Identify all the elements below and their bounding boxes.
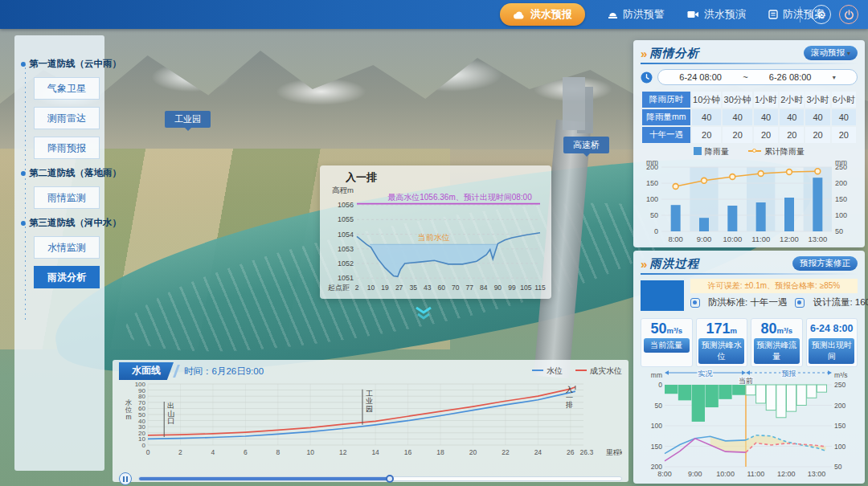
legend-item-成灾水位: 成灾水位 xyxy=(575,366,622,377)
svg-text:150: 150 xyxy=(651,443,662,451)
svg-text:11:00: 11:00 xyxy=(747,470,765,478)
panel-chevrons-icon: » xyxy=(641,257,645,271)
svg-text:mm: mm xyxy=(651,371,662,379)
tab-flood-warning[interactable]: 防洪预警 xyxy=(608,7,665,22)
svg-text:2: 2 xyxy=(355,284,359,292)
svg-text:里程km: 里程km xyxy=(606,448,622,456)
sidebar-item-水情监测[interactable]: 水情监测 xyxy=(34,236,100,259)
svg-text:实况: 实况 xyxy=(698,370,712,378)
svg-text:150: 150 xyxy=(646,179,658,187)
forecast-correction-button[interactable]: 预报方案修正 xyxy=(792,256,858,271)
svg-text:m³/s: m³/s xyxy=(834,371,848,379)
svg-text:12:00: 12:00 xyxy=(777,470,796,478)
bullet-dot-icon xyxy=(21,221,26,226)
svg-text:工业园: 工业园 xyxy=(366,390,373,413)
clock-icon xyxy=(641,71,653,84)
table-cell: 40 xyxy=(723,109,751,125)
table-cell: 20 xyxy=(723,127,751,143)
svg-text:99: 99 xyxy=(508,284,516,292)
power-icon[interactable] xyxy=(839,5,858,24)
table-row-label: 降雨量mm xyxy=(642,109,690,125)
slider-handle[interactable] xyxy=(386,475,394,483)
svg-text:mm: mm xyxy=(646,158,658,166)
svg-text:200: 200 xyxy=(834,402,845,410)
stat-value: 50 xyxy=(650,321,666,337)
sidebar-section-title: 第三道防线（河中水） xyxy=(21,217,104,229)
sidebar-item-降雨预报[interactable]: 降雨预报 xyxy=(34,137,100,159)
svg-text:50: 50 xyxy=(650,211,658,219)
svg-text:100: 100 xyxy=(646,195,658,203)
table-cell: 6小时 xyxy=(832,92,856,108)
stat-unit: m³/s xyxy=(666,326,682,335)
table-row-label: 降雨历时 xyxy=(642,92,690,108)
map-label-高速桥[interactable]: 高速桥 xyxy=(563,137,609,153)
map-label-工业园[interactable]: 工业园 xyxy=(165,111,211,128)
svg-text:预报: 预报 xyxy=(781,370,796,378)
water-surface-chart: 0102030405060708090100水位m024681012141618… xyxy=(119,379,622,468)
timeline-slider[interactable] xyxy=(138,476,622,481)
sidebar-item-雨情监测[interactable]: 雨情监测 xyxy=(34,186,100,209)
svg-text:84: 84 xyxy=(480,284,488,292)
sidebar-item-雨洪分析[interactable]: 雨洪分析 xyxy=(34,266,100,288)
time-range-separator: ~ xyxy=(743,72,747,82)
time-range-selector[interactable]: 6-24 08:00 ~ 6-26 08:00 ▾ xyxy=(657,69,858,85)
rain-panel-title: 雨情分析 xyxy=(649,46,699,61)
water-surface-time: 时间：6月26日9:00 xyxy=(184,366,264,378)
tab-label: 防洪预警 xyxy=(623,7,665,22)
tab-flood-rehearsal[interactable]: 洪水预演 xyxy=(687,7,746,22)
design-flow-icon xyxy=(795,298,805,308)
panel-chevrons-icon: » xyxy=(641,47,645,60)
svg-text:1055: 1055 xyxy=(338,215,354,223)
bullet-dot-icon xyxy=(21,171,26,176)
tab-flood-forecast[interactable]: 洪水预报 xyxy=(500,3,585,26)
stat-unit: m xyxy=(731,326,737,335)
svg-text:13:00: 13:00 xyxy=(808,235,827,243)
sidebar-item-气象卫星[interactable]: 气象卫星 xyxy=(34,77,100,100)
table-cell: 1小时 xyxy=(754,92,778,108)
bullet-dot-icon xyxy=(21,62,26,67)
rain-chart-legend: 降雨量累计降雨量 xyxy=(641,146,858,157)
svg-text:4: 4 xyxy=(211,448,215,456)
station-indicator-block xyxy=(641,280,684,311)
nav-tabs: 洪水预报防洪预警洪水预演防洪预案 xyxy=(500,0,825,29)
svg-text:当前: 当前 xyxy=(739,377,753,385)
svg-text:1052: 1052 xyxy=(338,259,354,268)
section-title-text: 第一道防线（云中雨） xyxy=(29,58,121,70)
top-navigation-bar: 洪水预报防洪预警洪水预演防洪预案 ⚙ xyxy=(0,0,868,29)
svg-text:0: 0 xyxy=(658,381,662,389)
table-cell: 10分钟 xyxy=(692,92,721,108)
svg-text:22: 22 xyxy=(502,448,510,456)
water-surface-legend: 水位成灾水位 xyxy=(532,366,622,377)
svg-text:70: 70 xyxy=(452,284,460,292)
cloud-icon xyxy=(513,10,526,19)
sidebar-section-title: 第二道防线（落地雨） xyxy=(21,167,104,179)
svg-text:18: 18 xyxy=(436,448,444,456)
svg-text:8:00: 8:00 xyxy=(668,235,683,243)
sidebar-item-测雨雷达[interactable]: 测雨雷达 xyxy=(34,107,100,129)
stat-unit: m³/s xyxy=(776,326,792,335)
document-icon xyxy=(768,10,778,19)
svg-text:12:00: 12:00 xyxy=(780,235,799,243)
cross-section-popup: 入一排 105110521053105410551056高程m最高水位1056.… xyxy=(320,165,551,299)
svg-text:200: 200 xyxy=(835,179,847,187)
table-cell: 40 xyxy=(692,109,721,125)
table-cell: 40 xyxy=(780,109,804,125)
rolling-forecast-button[interactable]: 滚动预报 ▾ xyxy=(804,46,858,60)
tag-slash-accent xyxy=(173,365,180,378)
settings-gear-icon[interactable]: ⚙ xyxy=(812,5,831,24)
tab-label: 洪水预演 xyxy=(704,7,746,22)
error-tolerance-note: 许可误差: ±0.1m、预报合格率: ≥85% xyxy=(690,279,858,293)
svg-text:115: 115 xyxy=(534,284,546,292)
defense-lines-sidebar: 第一道防线（云中雨）气象卫星测雨雷达降雨预报第二道防线（落地雨）雨情监测第三道防… xyxy=(14,35,104,471)
panel-underline xyxy=(641,63,858,64)
rainfall-duration-table: 降雨历时10分钟30分钟1小时2小时3小时6小时降雨量mm40404040404… xyxy=(641,90,858,145)
svg-text:当前水位: 当前水位 xyxy=(418,233,450,242)
pause-button[interactable] xyxy=(119,472,132,485)
table-cell: 3小时 xyxy=(805,92,829,108)
stat-label: 当前流量 xyxy=(644,338,690,353)
rainfall-bar-chart: 05010015020050100150200250mmmm8:009:0010… xyxy=(641,157,858,255)
map-marker-chevron-icon xyxy=(413,305,434,325)
svg-text:0: 0 xyxy=(146,448,150,456)
panel-underline xyxy=(641,273,858,275)
svg-text:9:00: 9:00 xyxy=(697,235,712,243)
